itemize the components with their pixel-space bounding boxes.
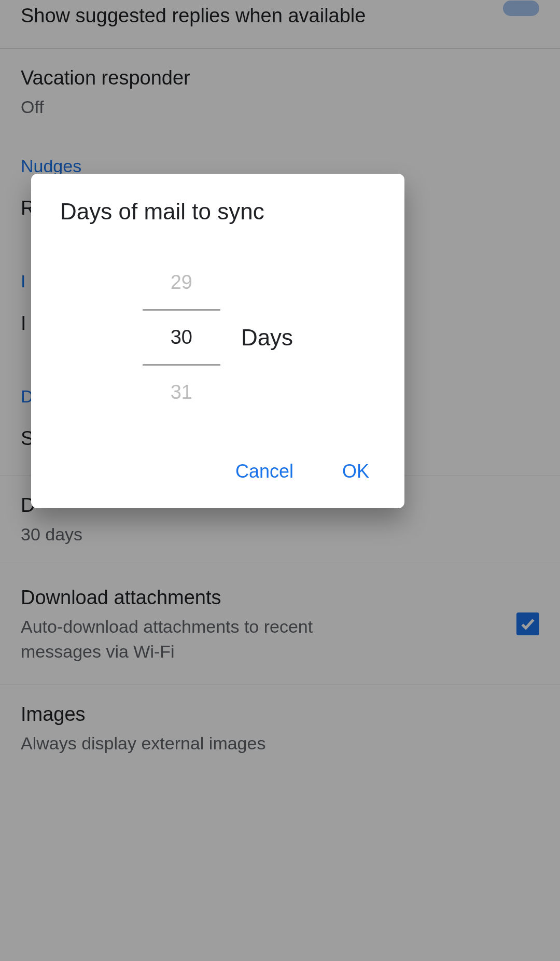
picker-next-value[interactable]: 31: [143, 366, 220, 419]
number-picker[interactable]: 29 30 31 Days: [31, 225, 404, 445]
cancel-button[interactable]: Cancel: [229, 455, 300, 488]
ok-button[interactable]: OK: [336, 455, 375, 488]
picker-selected-value[interactable]: 30: [143, 309, 220, 366]
dialog-actions: Cancel OK: [31, 445, 404, 498]
days-to-sync-dialog: Days of mail to sync 29 30 31 Days Cance…: [31, 174, 404, 508]
picker-unit-label: Days: [241, 325, 293, 351]
picker-prev-value[interactable]: 29: [143, 256, 220, 309]
dialog-title: Days of mail to sync: [31, 199, 404, 225]
